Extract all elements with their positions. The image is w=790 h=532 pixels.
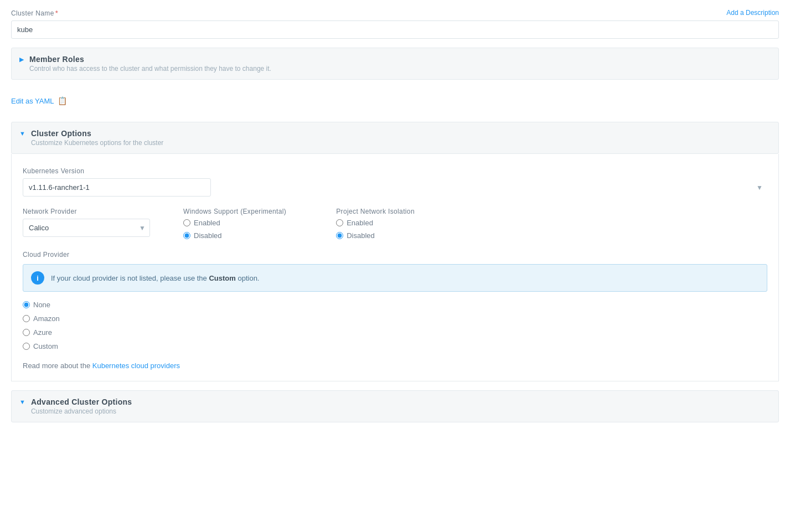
advanced-cluster-options-subtitle: Customize advanced options [31, 407, 132, 415]
windows-support-enabled-radio[interactable] [183, 219, 190, 226]
kubernetes-version-chevron-icon: ▼ [756, 184, 763, 192]
member-roles-section-header[interactable]: ▶ Member Roles Control who has access to… [11, 48, 779, 80]
cloud-provider-radio-group: None Amazon Azure Custom [23, 301, 767, 350]
network-provider-label: Network Provider [23, 208, 150, 215]
cloud-provider-amazon-label: Amazon [33, 314, 60, 323]
windows-support-disabled-option[interactable]: Disabled [183, 231, 286, 240]
required-star: * [55, 9, 58, 17]
windows-support-label: Windows Support (Experimental) [183, 208, 286, 215]
info-text-bold: Custom [209, 274, 235, 282]
cloud-provider-none-option[interactable]: None [23, 301, 767, 309]
info-icon: i [31, 271, 44, 285]
advanced-cluster-options-section-header[interactable]: ▼ Advanced Cluster Options Customize adv… [11, 390, 779, 422]
cloud-provider-custom-option[interactable]: Custom [23, 342, 767, 350]
cloud-provider-section: Cloud Provider i If your cloud provider … [23, 251, 767, 370]
info-text-suffix: option. [236, 274, 260, 282]
cloud-provider-azure-option[interactable]: Azure [23, 328, 767, 337]
cluster-options-title: Cluster Options [31, 129, 163, 138]
kubernetes-cloud-providers-link[interactable]: Kubernetes cloud providers [92, 361, 180, 370]
network-provider-group: Network Provider Calico Canal Flannel We… [23, 208, 150, 237]
cloud-provider-custom-label: Custom [33, 342, 58, 350]
cloud-provider-label: Cloud Provider [23, 251, 767, 259]
edit-as-yaml-link[interactable]: Edit as YAML [11, 97, 54, 105]
member-roles-title: Member Roles [29, 55, 271, 64]
windows-support-disabled-radio[interactable] [183, 232, 190, 239]
cluster-options-section-header[interactable]: ▼ Cluster Options Customize Kubernetes o… [11, 122, 779, 154]
add-description-link[interactable]: Add a Description [726, 9, 779, 17]
project-network-isolation-disabled-radio[interactable] [336, 232, 343, 239]
member-roles-toggle-icon: ▶ [19, 56, 24, 63]
cluster-name-label: Cluster Name [11, 9, 54, 17]
cloud-provider-info-banner: i If your cloud provider is not listed, … [23, 264, 767, 292]
read-more-prefix: Read more about the [23, 361, 92, 370]
cloud-provider-amazon-radio[interactable] [23, 315, 30, 322]
windows-support-enabled-label: Enabled [194, 219, 220, 227]
kubernetes-cloud-providers-link-row: Read more about the Kubernetes cloud pro… [23, 361, 767, 370]
cluster-options-toggle-icon: ▼ [19, 130, 25, 137]
clipboard-icon: 📋 [58, 96, 67, 105]
network-row: Network Provider Calico Canal Flannel We… [23, 208, 767, 240]
project-network-isolation-disabled-option[interactable]: Disabled [336, 231, 415, 240]
cloud-provider-azure-radio[interactable] [23, 329, 30, 336]
windows-support-radio-group: Enabled Disabled [183, 219, 286, 240]
kubernetes-version-select[interactable]: v1.11.6-rancher1-1 v1.12.6-rancher1-1 v1… [23, 178, 211, 197]
project-network-isolation-enabled-label: Enabled [347, 219, 373, 227]
project-network-isolation-disabled-label: Disabled [347, 231, 375, 240]
project-network-isolation-label: Project Network Isolation [336, 208, 415, 215]
cluster-options-subtitle: Customize Kubernetes options for the clu… [31, 139, 163, 147]
cloud-provider-info-text: If your cloud provider is not listed, pl… [51, 274, 259, 282]
project-network-isolation-group: Project Network Isolation Enabled Disabl… [336, 208, 415, 240]
project-network-isolation-enabled-radio[interactable] [336, 219, 343, 226]
project-network-isolation-radio-group: Enabled Disabled [336, 219, 415, 240]
kubernetes-version-label: Kubernetes Version [23, 167, 767, 175]
member-roles-subtitle: Control who has access to the cluster an… [29, 65, 271, 73]
network-provider-select-wrapper: Calico Canal Flannel Weave ▼ [23, 219, 150, 237]
cluster-options-content: Kubernetes Version v1.11.6-rancher1-1 v1… [11, 154, 779, 381]
project-network-isolation-enabled-option[interactable]: Enabled [336, 219, 415, 227]
advanced-cluster-options-toggle-icon: ▼ [19, 399, 25, 405]
kubernetes-version-select-wrapper: v1.11.6-rancher1-1 v1.12.6-rancher1-1 v1… [23, 178, 767, 197]
cloud-provider-azure-label: Azure [33, 328, 52, 337]
cloud-provider-none-label: None [33, 301, 50, 309]
windows-support-group: Windows Support (Experimental) Enabled D… [183, 208, 286, 240]
advanced-cluster-options-title: Advanced Cluster Options [31, 397, 132, 406]
windows-support-disabled-label: Disabled [194, 231, 222, 240]
cluster-name-input[interactable] [11, 20, 779, 39]
network-provider-select[interactable]: Calico Canal Flannel Weave [23, 219, 150, 237]
info-text-prefix: If your cloud provider is not listed, pl… [51, 274, 209, 282]
cloud-provider-amazon-option[interactable]: Amazon [23, 314, 767, 323]
cloud-provider-custom-radio[interactable] [23, 343, 30, 350]
cloud-provider-none-radio[interactable] [23, 301, 30, 308]
windows-support-enabled-option[interactable]: Enabled [183, 219, 286, 227]
